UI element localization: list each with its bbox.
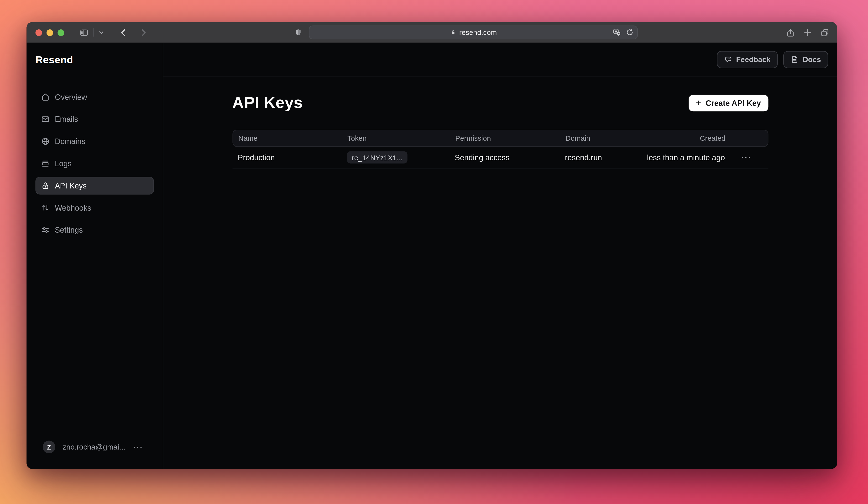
sidebar-item-label: Emails	[55, 115, 78, 123]
chevron-right-icon	[139, 28, 148, 37]
globe-icon	[41, 137, 50, 146]
back-button[interactable]	[116, 26, 131, 39]
reload-button[interactable]	[626, 28, 634, 37]
sidebar-item-api-keys[interactable]: API Keys	[35, 177, 154, 194]
page-title: API Keys	[232, 93, 302, 112]
titlebar-right-controls	[786, 28, 829, 37]
address-bar[interactable]: resend.com	[309, 26, 638, 39]
toggle-sidebar-button[interactable]	[76, 26, 92, 39]
chevron-down-icon	[98, 29, 105, 36]
sidebar-item-label: Logs	[55, 159, 72, 168]
envelope-icon	[41, 115, 50, 123]
resend-logo: Resend	[35, 54, 163, 66]
arrows-up-down-icon	[41, 203, 50, 212]
sidebar-spacer	[27, 239, 163, 441]
browser-titlebar: resend.com	[27, 22, 837, 43]
feedback-button-label: Feedback	[736, 55, 771, 63]
desktop: resend.com	[0, 0, 868, 504]
document-icon	[790, 55, 799, 63]
zoom-window-button[interactable]	[58, 29, 64, 36]
feedback-button[interactable]: Feedback	[717, 51, 778, 68]
sidebar-item-logs[interactable]: Logs	[35, 154, 154, 172]
sidebar-item-webhooks[interactable]: Webhooks	[35, 199, 154, 216]
api-key-domain: resend.run	[565, 153, 642, 162]
close-window-button[interactable]	[35, 29, 42, 36]
sidebar-item-label: Domains	[55, 137, 85, 146]
column-header-token: Token	[348, 134, 455, 142]
plus-icon: +	[696, 98, 701, 107]
content-area: API Keys + Create API Key Name Token Per…	[163, 77, 837, 469]
tls-lock-icon	[450, 29, 456, 36]
minimize-window-button[interactable]	[46, 29, 53, 36]
tab-overview-button[interactable]	[820, 28, 829, 37]
translate-button[interactable]	[613, 28, 621, 37]
traffic-lights	[35, 29, 64, 36]
column-header-domain: Domain	[566, 134, 642, 142]
sidebar-item-label: Overview	[55, 92, 87, 101]
token-cell: re_14NYz1X1...	[347, 151, 455, 163]
table-row: Production re_14NYz1X1... Sending access…	[232, 147, 768, 168]
sidebar-menu-button[interactable]	[95, 26, 108, 39]
titlebar-center: resend.com	[151, 26, 781, 39]
browser-window: resend.com	[27, 22, 837, 469]
sliders-icon	[41, 225, 50, 234]
shield-icon	[294, 28, 302, 37]
avatar: Z	[43, 441, 55, 453]
column-header-name: Name	[233, 134, 348, 142]
sidebar-item-label: Webhooks	[55, 203, 91, 212]
sidebar-item-domains[interactable]: Domains	[35, 133, 154, 150]
sidebar-toggle-icon	[80, 28, 89, 37]
sidebar: Resend Overview Emails	[27, 43, 163, 469]
api-key-name: Production	[232, 153, 347, 162]
sidebar-item-settings[interactable]: Settings	[35, 221, 154, 239]
api-key-created: less than a minute ago	[642, 153, 725, 162]
toolbar-separator	[93, 28, 94, 37]
docs-button-label: Docs	[803, 55, 821, 63]
logs-icon	[41, 159, 50, 168]
forward-button[interactable]	[135, 26, 151, 39]
api-key-permission: Sending access	[455, 153, 565, 162]
resend-app: Resend Overview Emails	[27, 43, 837, 469]
user-menu-button[interactable]: ···	[133, 443, 143, 452]
create-api-key-button[interactable]: + Create API Key	[689, 94, 768, 111]
main-header: Feedback Docs	[163, 43, 837, 77]
chevron-left-icon	[119, 28, 128, 37]
user-email: zno.rocha@gmai...	[62, 443, 125, 451]
address-text: resend.com	[459, 28, 497, 37]
page-head: API Keys + Create API Key	[232, 93, 768, 112]
share-button[interactable]	[786, 28, 795, 37]
tabs-icon	[820, 28, 829, 37]
sidebar-item-label: API Keys	[55, 181, 87, 190]
address-bar-tools	[613, 26, 634, 39]
create-api-key-label: Create API Key	[705, 98, 761, 107]
plus-icon	[803, 28, 812, 37]
share-icon	[786, 28, 795, 37]
sidebar-nav: Overview Emails Domains	[27, 88, 163, 239]
new-tab-button[interactable]	[803, 28, 812, 37]
sidebar-item-emails[interactable]: Emails	[35, 110, 154, 128]
api-keys-table-header: Name Token Permission Domain Created	[232, 130, 768, 147]
docs-button[interactable]: Docs	[783, 51, 828, 68]
browser-nav-controls	[76, 26, 151, 39]
lock-icon	[41, 181, 50, 190]
row-actions-button[interactable]: ···	[725, 153, 768, 162]
home-icon	[41, 92, 50, 101]
user-account-row[interactable]: Z zno.rocha@gmai... ···	[27, 441, 163, 469]
feedback-bubble-icon	[724, 55, 732, 63]
reload-icon	[626, 28, 634, 37]
sidebar-item-label: Settings	[55, 225, 83, 234]
privacy-report-button[interactable]	[294, 28, 302, 37]
token-chip[interactable]: re_14NYz1X1...	[347, 151, 408, 163]
sidebar-item-overview[interactable]: Overview	[35, 88, 154, 106]
column-header-created: Created	[642, 134, 725, 142]
column-header-permission: Permission	[455, 134, 566, 142]
translate-icon	[613, 28, 621, 37]
main-panel: Feedback Docs API Keys	[163, 43, 837, 469]
